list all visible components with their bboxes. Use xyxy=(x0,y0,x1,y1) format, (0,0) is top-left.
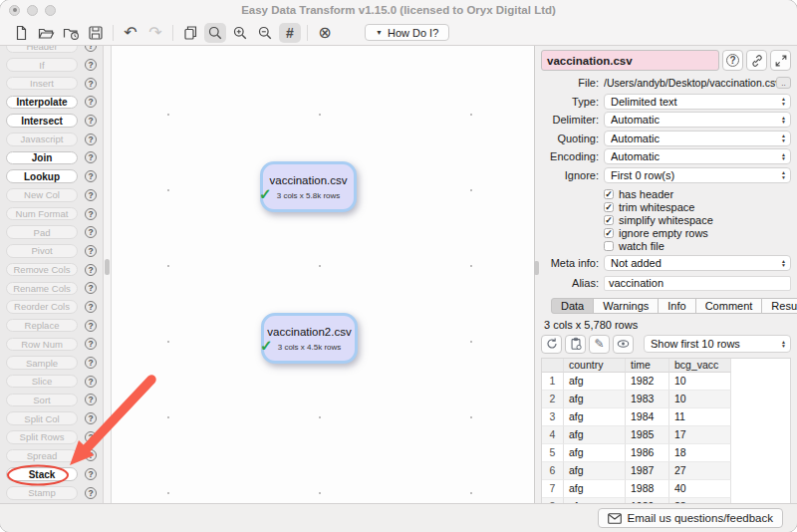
refresh-button[interactable] xyxy=(541,335,562,354)
email-feedback-label: Email us questions/feedback xyxy=(628,512,773,524)
help-icon[interactable]: ? xyxy=(85,226,97,238)
open-recent-button[interactable] xyxy=(60,23,82,43)
ignore-label: Ignore: xyxy=(541,169,599,181)
data-table[interactable]: countrytimebcg_vacc1afg1982102afg1983103… xyxy=(541,358,791,504)
unchecked-checkbox-icon[interactable] xyxy=(604,241,614,251)
tab-comment[interactable]: Comment xyxy=(695,298,763,314)
preview-button[interactable] xyxy=(613,335,634,354)
help-icon[interactable]: ? xyxy=(85,301,97,313)
help-icon[interactable]: ? xyxy=(85,189,97,201)
table-row[interactable]: 1afg198210 xyxy=(542,373,790,391)
checked-checkbox-icon[interactable]: ✓ xyxy=(604,215,614,225)
email-feedback-button[interactable]: Email us questions/feedback xyxy=(598,508,783,528)
node-name-input[interactable]: vaccination.csv xyxy=(541,50,719,71)
column-header[interactable]: country xyxy=(564,359,626,373)
help-icon[interactable]: ? xyxy=(85,78,97,90)
node-vaccination-csv[interactable]: ✓ vaccination.csv 3 cols x 5.8k rows xyxy=(260,161,357,212)
checkbox-trim-whitespace[interactable]: ✓trim whitespace xyxy=(604,200,791,213)
help-icon[interactable]: ? xyxy=(85,431,97,443)
edit-data-button[interactable]: ✎ xyxy=(589,335,610,354)
link-button[interactable] xyxy=(746,50,767,71)
help-icon[interactable]: ? xyxy=(85,468,97,480)
new-file-button[interactable] xyxy=(10,23,32,43)
checked-checkbox-icon[interactable]: ✓ xyxy=(604,228,614,238)
help-icon[interactable]: ? xyxy=(85,151,97,163)
help-icon[interactable]: ? xyxy=(85,338,97,350)
copy-data-button[interactable] xyxy=(565,335,586,354)
help-icon[interactable]: ? xyxy=(85,115,97,127)
checkbox-watch-file[interactable]: watch file xyxy=(604,239,791,252)
help-icon[interactable]: ? xyxy=(85,59,97,71)
open-file-button[interactable] xyxy=(35,23,57,43)
encoding-select[interactable]: Automatic▲▼ xyxy=(604,148,791,164)
transform-javascript-button: Javascript xyxy=(6,133,78,146)
checkbox-ignore-empty-rows[interactable]: ✓ignore empty rows xyxy=(604,226,791,239)
help-icon[interactable]: ? xyxy=(85,320,97,332)
sidebar-scrollbar[interactable] xyxy=(104,46,112,503)
column-header[interactable] xyxy=(542,359,564,373)
type-select[interactable]: Delimited text▲▼ xyxy=(604,94,791,110)
column-header[interactable]: time xyxy=(626,359,669,373)
duplicate-button[interactable] xyxy=(179,23,201,43)
help-icon[interactable]: ? xyxy=(85,264,97,276)
help-icon[interactable]: ? xyxy=(85,96,97,108)
workflow-canvas[interactable]: ✓ vaccination.csv 3 cols x 5.8k rows ✓ v… xyxy=(112,46,534,503)
alias-input[interactable]: vaccination xyxy=(604,276,791,291)
table-cell: afg xyxy=(564,408,626,426)
table-row[interactable]: 7afg198840 xyxy=(542,480,790,498)
help-icon[interactable]: ? xyxy=(85,46,97,52)
tab-data[interactable]: Data xyxy=(551,298,594,314)
transform-lookup-button[interactable]: Lookup xyxy=(6,169,78,183)
sidebar-row: Insert? xyxy=(0,74,103,93)
column-header[interactable]: bcg_vacc xyxy=(669,359,731,373)
table-row[interactable]: 5afg198618 xyxy=(542,444,790,462)
help-icon[interactable]: ? xyxy=(85,357,97,369)
pan-zoom-button[interactable] xyxy=(204,23,226,43)
table-cell: 1983 xyxy=(626,391,669,408)
expand-button[interactable] xyxy=(770,50,791,71)
help-icon[interactable]: ? xyxy=(85,376,97,388)
help-icon[interactable]: ? xyxy=(85,245,97,257)
help-button[interactable]: ? xyxy=(722,50,743,71)
transform-intersect-button[interactable]: Intersect xyxy=(6,114,78,128)
transform-stack-button[interactable]: Stack xyxy=(6,467,78,481)
help-icon[interactable]: ? xyxy=(85,394,97,405)
show-rows-select[interactable]: Show first 10 rows ▲▼ xyxy=(644,335,791,353)
transform-join-button[interactable]: Join xyxy=(6,151,78,165)
help-icon[interactable]: ? xyxy=(85,282,97,294)
table-row[interactable]: 2afg198310 xyxy=(542,391,790,408)
sidebar-scrollbar-thumb[interactable] xyxy=(105,259,110,275)
table-row[interactable]: 3afg198411 xyxy=(542,408,790,426)
help-icon[interactable]: ? xyxy=(85,412,97,424)
tab-results[interactable]: Results xyxy=(761,298,797,314)
checkbox-simplify-whitespace[interactable]: ✓simplify whitespace xyxy=(604,213,791,226)
node-vaccination2-csv[interactable]: ✓ vaccination2.csv 3 cols x 4.5k rows xyxy=(261,313,358,364)
undo-button[interactable]: ↶ xyxy=(120,23,141,43)
delimiter-select[interactable]: Automatic▲▼ xyxy=(604,112,791,128)
table-row[interactable]: 6afg198727 xyxy=(542,462,790,480)
help-icon[interactable]: ? xyxy=(85,170,97,182)
pane-splitter-handle[interactable] xyxy=(534,261,539,275)
meta-info-select[interactable]: Not added ▲▼ xyxy=(604,255,791,271)
help-icon[interactable]: ? xyxy=(85,208,97,220)
checkbox-has-header[interactable]: ✓has header xyxy=(604,187,791,200)
checked-checkbox-icon[interactable]: ✓ xyxy=(604,189,614,199)
help-icon[interactable]: ? xyxy=(85,449,97,461)
tab-info[interactable]: Info xyxy=(658,298,695,314)
tab-warnings[interactable]: Warnings xyxy=(593,298,659,314)
how-do-i-button[interactable]: ▼ How Do I? xyxy=(365,24,449,41)
toggle-grid-button[interactable]: # xyxy=(279,23,301,43)
help-icon[interactable]: ? xyxy=(85,133,97,145)
zoom-in-button[interactable] xyxy=(229,23,251,43)
zoom-out-button[interactable] xyxy=(254,23,276,43)
browse-file-button[interactable]: .. xyxy=(776,77,791,89)
sidebar-row: Replace? xyxy=(0,316,103,335)
quoting-select[interactable]: Automatic▲▼ xyxy=(604,131,791,146)
disconnect-button[interactable]: ⊗ xyxy=(314,23,336,43)
ignore-rows-stepper[interactable]: First 0 row(s) ▲▼ xyxy=(604,167,791,183)
checked-checkbox-icon[interactable]: ✓ xyxy=(604,202,614,212)
save-button[interactable] xyxy=(85,23,107,43)
table-row[interactable]: 4afg198517 xyxy=(542,426,790,444)
transform-interpolate-button[interactable]: Interpolate xyxy=(6,96,78,110)
help-icon[interactable]: ? xyxy=(85,487,97,499)
